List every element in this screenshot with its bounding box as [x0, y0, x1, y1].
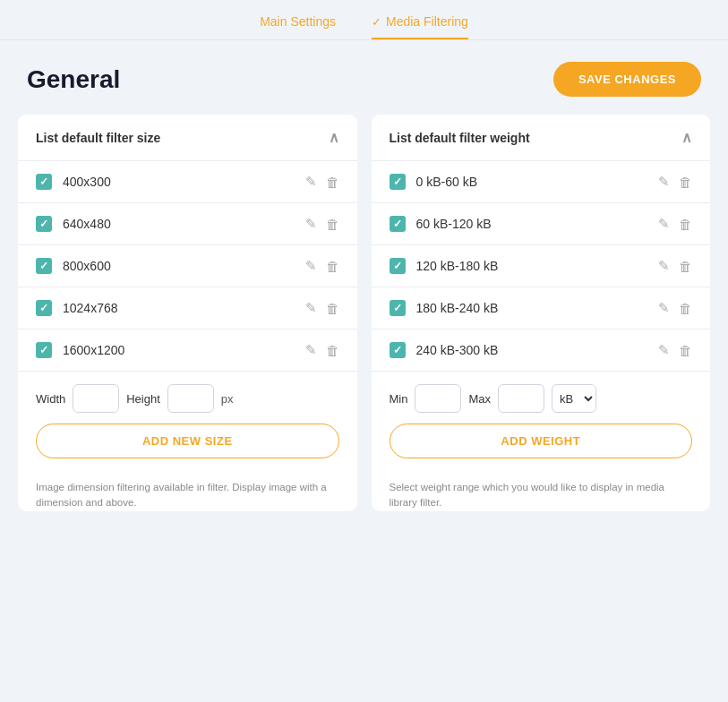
item-left: 0 kB-60 kB — [390, 174, 477, 190]
item-label: 800x600 — [63, 259, 111, 273]
item-label: 1600x1200 — [63, 343, 124, 357]
page-title: General — [27, 65, 120, 94]
save-changes-button[interactable]: SAVE CHANGES — [553, 62, 701, 97]
height-label: Height — [126, 392, 160, 406]
min-label: Min — [390, 392, 408, 406]
edit-icon[interactable]: ✎ — [305, 258, 317, 274]
checkbox-400x300[interactable] — [36, 174, 52, 190]
item-actions: ✎ 🗑 — [305, 342, 339, 358]
item-label: 640x480 — [63, 217, 111, 231]
delete-icon[interactable]: 🗑 — [679, 301, 692, 316]
delete-icon[interactable]: 🗑 — [326, 259, 339, 274]
edit-icon[interactable]: ✎ — [658, 342, 670, 358]
weight-panel-title: List default filter weight — [390, 131, 530, 145]
weight-panel-header: List default filter weight ∧ — [372, 115, 711, 160]
size-inputs: Width Height px — [36, 384, 339, 413]
delete-icon[interactable]: 🗑 — [326, 301, 339, 316]
width-input[interactable] — [73, 384, 119, 413]
edit-icon[interactable]: ✎ — [305, 300, 317, 316]
delete-icon[interactable]: 🗑 — [326, 343, 339, 358]
size-hint: Image dimension filtering available in f… — [18, 471, 357, 511]
item-left: 60 kB-120 kB — [390, 216, 492, 232]
checkbox-120-180[interactable] — [390, 258, 406, 274]
item-actions: ✎ 🗑 — [658, 258, 692, 274]
checkbox-1024x768[interactable] — [36, 300, 52, 316]
checkbox-180-240[interactable] — [390, 300, 406, 316]
item-left: 240 kB-300 kB — [390, 342, 499, 358]
item-left: 120 kB-180 kB — [390, 258, 499, 274]
list-item: 120 kB-180 kB ✎ 🗑 — [372, 244, 711, 287]
media-filtering-label: Media Filtering — [386, 14, 468, 29]
item-label: 0 kB-60 kB — [416, 175, 477, 189]
list-item: 400x300 ✎ 🗑 — [18, 160, 357, 202]
checkbox-60-120[interactable] — [390, 216, 406, 232]
item-actions: ✎ 🗑 — [658, 300, 692, 316]
item-label: 120 kB-180 kB — [416, 259, 499, 273]
item-label: 240 kB-300 kB — [416, 343, 499, 357]
list-item: 240 kB-300 kB ✎ 🗑 — [372, 329, 711, 371]
top-nav: Main Settings ✓ Media Filtering — [0, 0, 728, 39]
unit-select[interactable]: kB MB — [552, 384, 596, 413]
width-label: Width — [36, 392, 65, 406]
checkbox-640x480[interactable] — [36, 216, 52, 232]
list-item: 0 kB-60 kB ✎ 🗑 — [372, 160, 711, 202]
tab-main-settings[interactable]: Main Settings — [260, 14, 336, 39]
add-weight-row: Min Max kB MB ADD WEIGHT — [372, 371, 711, 471]
item-actions: ✎ 🗑 — [305, 300, 339, 316]
list-item: 1024x768 ✎ 🗑 — [18, 287, 357, 329]
edit-icon[interactable]: ✎ — [305, 216, 317, 232]
max-label: Max — [468, 392, 491, 406]
edit-icon[interactable]: ✎ — [658, 300, 670, 316]
edit-icon[interactable]: ✎ — [305, 342, 317, 358]
size-panel-collapse-icon[interactable]: ∧ — [329, 129, 339, 146]
delete-icon[interactable]: 🗑 — [679, 175, 692, 190]
checkbox-800x600[interactable] — [36, 258, 52, 274]
delete-icon[interactable]: 🗑 — [326, 217, 339, 232]
min-input[interactable] — [415, 384, 461, 413]
item-label: 1024x768 — [63, 301, 118, 315]
item-actions: ✎ 🗑 — [305, 258, 339, 274]
item-actions: ✎ 🗑 — [658, 342, 692, 358]
page-header: General SAVE CHANGES — [0, 40, 728, 115]
tab-media-filtering[interactable]: ✓ Media Filtering — [372, 14, 468, 39]
max-input[interactable] — [498, 384, 544, 413]
edit-icon[interactable]: ✎ — [305, 174, 317, 190]
edit-icon[interactable]: ✎ — [658, 174, 670, 190]
checkbox-1600x1200[interactable] — [36, 342, 52, 358]
delete-icon[interactable]: 🗑 — [326, 175, 339, 190]
item-label: 400x300 — [63, 175, 111, 189]
main-settings-label: Main Settings — [260, 14, 336, 29]
item-left: 180 kB-240 kB — [390, 300, 499, 316]
item-left: 800x600 — [36, 258, 111, 274]
item-actions: ✎ 🗑 — [305, 174, 339, 190]
main-content: List default filter size ∧ 400x300 ✎ 🗑 6… — [0, 115, 728, 529]
weight-inputs: Min Max kB MB — [390, 384, 693, 413]
checkbox-240-300[interactable] — [390, 342, 406, 358]
checkmark-icon: ✓ — [372, 15, 381, 29]
add-size-row: Width Height px ADD NEW SIZE — [18, 371, 357, 471]
item-label: 180 kB-240 kB — [416, 301, 499, 315]
list-item: 640x480 ✎ 🗑 — [18, 202, 357, 244]
add-weight-button[interactable]: ADD WEIGHT — [390, 424, 693, 458]
delete-icon[interactable]: 🗑 — [679, 259, 692, 274]
item-label: 60 kB-120 kB — [416, 217, 492, 231]
checkbox-0-60[interactable] — [390, 174, 406, 190]
weight-panel-collapse-icon[interactable]: ∧ — [681, 129, 692, 146]
item-left: 1600x1200 — [36, 342, 124, 358]
item-actions: ✎ 🗑 — [305, 216, 339, 232]
delete-icon[interactable]: 🗑 — [679, 343, 692, 358]
delete-icon[interactable]: 🗑 — [679, 217, 692, 232]
item-actions: ✎ 🗑 — [658, 174, 692, 190]
size-panel-title: List default filter size — [36, 131, 160, 145]
edit-icon[interactable]: ✎ — [658, 258, 670, 274]
add-new-size-button[interactable]: ADD NEW SIZE — [36, 424, 339, 458]
item-left: 400x300 — [36, 174, 111, 190]
height-input[interactable] — [167, 384, 214, 413]
size-panel-header: List default filter size ∧ — [18, 115, 357, 160]
edit-icon[interactable]: ✎ — [658, 216, 670, 232]
weight-hint: Select weight range which you would like… — [372, 471, 711, 511]
px-unit: px — [221, 392, 234, 406]
item-left: 1024x768 — [36, 300, 118, 316]
list-item: 800x600 ✎ 🗑 — [18, 244, 357, 287]
size-panel: List default filter size ∧ 400x300 ✎ 🗑 6… — [18, 115, 357, 511]
